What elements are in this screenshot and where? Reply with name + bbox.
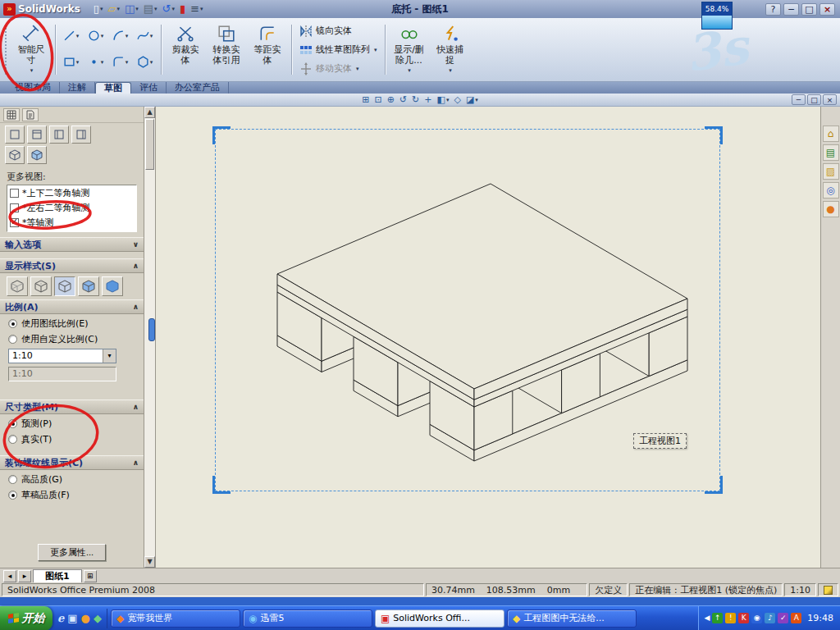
radio-icon[interactable] [8, 491, 17, 500]
solidworks-resources-icon[interactable]: ⌂ [823, 126, 839, 142]
pan-icon[interactable]: + [422, 94, 434, 106]
view-list-item[interactable]: *左右二等角轴测 [7, 200, 136, 215]
zoom-in-out-icon[interactable]: ⊕ [385, 94, 397, 106]
offset-entities-button[interactable]: 等距实 体 [247, 21, 288, 80]
chevron-up-icon[interactable]: ∧ [133, 459, 139, 467]
import-options-header[interactable]: 输入选项 ∨ [0, 237, 144, 252]
messenger-tray-icon[interactable]: ◉ [751, 613, 762, 623]
caret-down-icon[interactable]: ▾ [150, 59, 153, 66]
caret-down-icon[interactable]: ▾ [30, 66, 34, 76]
doc-restore-button[interactable]: □ [807, 94, 821, 105]
content-central-icon[interactable]: ● [823, 201, 839, 217]
front-view-button[interactable] [5, 126, 25, 144]
view-orientation-list[interactable]: *上下二等角轴测*左右二等角轴测*等轴测 [7, 185, 137, 232]
tab-草图[interactable]: 草图 [95, 82, 131, 94]
network-up-icon[interactable]: ↑ [712, 613, 723, 623]
chevron-up-icon[interactable]: ∧ [133, 303, 139, 311]
open-icon[interactable]: ▱▾ [106, 2, 121, 16]
desktop-strip[interactable] [0, 597, 840, 605]
chevron-down-icon[interactable]: ∨ [133, 240, 139, 249]
trim-entities-button[interactable]: 剪裁实 体 [165, 21, 206, 80]
security-center-icon[interactable]: ✓ [778, 613, 788, 623]
scroll-up-button[interactable]: ▲ [144, 107, 155, 118]
maximize-button[interactable]: □ [801, 3, 817, 16]
line-tool-button[interactable]: ▾ [59, 24, 83, 48]
caret-down-icon[interactable]: ▾ [101, 59, 104, 66]
feature-manager-tab[interactable] [3, 108, 20, 121]
show-desktop-icon[interactable]: ▣ [67, 612, 77, 625]
caret-down-icon[interactable]: ▾ [116, 6, 120, 12]
property-manager-tab[interactable] [22, 108, 39, 121]
caret-down-icon[interactable]: ▾ [356, 66, 359, 72]
rebuild-icon[interactable]: ↻ [409, 94, 422, 106]
taskbar-task[interactable]: ◆宽带我世界 [111, 609, 240, 628]
display-style-header[interactable]: 显示样式(S) ∧ [0, 258, 144, 273]
display-style-icon[interactable]: ◧▾ [435, 94, 452, 106]
radio-icon[interactable] [8, 335, 17, 344]
caret-down-icon[interactable]: ▾ [100, 6, 103, 12]
start-button[interactable]: 开始 [0, 606, 52, 630]
convert-entities-button[interactable]: 转换实 体引用 [206, 21, 247, 80]
new-document-icon[interactable]: ▯▾ [92, 2, 105, 16]
wireframe-style-button[interactable] [7, 276, 28, 296]
draft-quality-option[interactable]: 草稿品质(F) [8, 489, 135, 501]
caret-down-icon[interactable]: ▾ [76, 59, 80, 66]
section-view-icon[interactable]: ◪▾ [463, 94, 481, 106]
doc-minimize-button[interactable]: ─ [792, 94, 806, 105]
hide-tray-icons-icon[interactable]: ◀ [704, 613, 710, 623]
combo-arrow-icon[interactable]: ▾ [103, 349, 116, 363]
caret-down-icon[interactable]: ▾ [126, 33, 129, 39]
macro-icon[interactable]: ▮ [178, 2, 187, 16]
circle-tool-button[interactable]: ▾ [84, 24, 107, 48]
drawing-view-label[interactable]: 工程视图1 [633, 433, 687, 449]
save-icon[interactable]: ◫▾ [123, 2, 140, 16]
tab-视图布局[interactable]: 视图布局 [7, 82, 60, 94]
caret-down-icon[interactable]: ▾ [101, 33, 104, 39]
shaded-style-button[interactable] [102, 276, 123, 296]
tab-注解[interactable]: 注解 [60, 82, 95, 94]
arc-tool-button[interactable]: ▾ [108, 24, 132, 48]
display-delete-relations-button[interactable]: 显示/删 除几... ▾ [389, 21, 430, 80]
chevron-up-icon[interactable]: ∧ [133, 262, 139, 270]
use-custom-scale-option[interactable]: 使用自定义比例(C) [8, 333, 135, 345]
caret-down-icon[interactable]: ▾ [172, 6, 176, 12]
use-sheet-scale-option[interactable]: 使用图纸比例(E) [8, 317, 135, 330]
media-player-icon[interactable]: ● [81, 612, 90, 625]
radio-icon[interactable] [8, 435, 17, 444]
toolbar-grip[interactable] [5, 25, 7, 75]
caret-down-icon[interactable]: ▾ [449, 66, 452, 76]
previous-view-icon[interactable]: ↺ [397, 94, 409, 106]
point-tool-button[interactable]: ▾ [84, 50, 107, 75]
top-view-button[interactable] [27, 126, 47, 144]
design-library-icon[interactable]: ▤ [823, 144, 839, 161]
caret-down-icon[interactable]: ▾ [76, 33, 80, 39]
chevron-up-icon[interactable]: ∧ [133, 403, 139, 411]
polygon-tool-button[interactable]: ▾ [133, 50, 157, 75]
smart-dimension-button[interactable]: 智能尺 寸 ▾ [11, 21, 52, 80]
radio-icon[interactable] [8, 319, 17, 328]
add-sheet-button[interactable]: ⊞ [84, 570, 97, 582]
options-list-icon[interactable]: ≡▾ [189, 2, 204, 16]
scale-header[interactable]: 比例(A) ∧ [0, 299, 144, 314]
sheet-tab-active[interactable]: 图纸1 [33, 569, 82, 582]
thread-display-header[interactable]: 装饰螺纹线显示(C) ∧ [0, 455, 144, 470]
high-quality-option[interactable]: 高品质(G) [8, 473, 135, 486]
sheet-scroll-left-button[interactable]: ◂ [3, 570, 16, 582]
more-properties-button[interactable]: 更多属性... [38, 544, 106, 561]
close-button[interactable]: × [819, 3, 835, 16]
quick-tip-cell[interactable] [818, 583, 838, 596]
volume-icon[interactable]: ♪ [765, 613, 775, 623]
taskbar-task[interactable]: ▣SolidWorks Offi... [375, 609, 504, 628]
scale-combobox[interactable]: 1:10 ▾ [8, 349, 116, 363]
caret-down-icon[interactable]: ▾ [374, 47, 377, 53]
checkbox-icon[interactable] [10, 218, 19, 227]
panel-splitter-handle[interactable] [148, 318, 155, 341]
hidden-lines-visible-button[interactable] [30, 276, 52, 296]
view-list-item[interactable]: *等轴测 [7, 215, 136, 230]
scrollbar-track[interactable] [144, 171, 155, 556]
app-name[interactable]: SolidWorks [18, 3, 80, 15]
help-button[interactable]: ? [765, 3, 781, 16]
shaded-with-edges-button[interactable] [78, 276, 99, 296]
mirror-entities-button[interactable]: 镜向实体 [299, 23, 377, 39]
dimetric-view-button[interactable] [5, 146, 25, 164]
